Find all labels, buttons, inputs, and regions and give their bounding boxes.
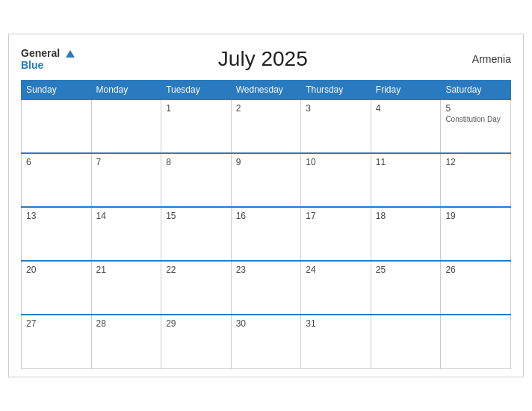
calendar-cell: 22 — [161, 261, 232, 315]
day-number: 18 — [376, 211, 436, 221]
logo-blue-label: Blue — [21, 60, 43, 71]
logo-general-text: General — [21, 46, 75, 60]
day-number: 14 — [96, 211, 157, 221]
day-number: 13 — [26, 211, 87, 221]
day-number: 5 — [445, 103, 506, 114]
calendar-cell: 28 — [91, 315, 161, 368]
logo-general-label: General — [21, 47, 60, 59]
day-number: 11 — [376, 157, 436, 167]
calendar-cell — [441, 315, 511, 368]
calendar-cell: 11 — [371, 153, 441, 207]
calendar-cell: 12 — [441, 153, 511, 207]
calendar-cell: 25 — [371, 261, 441, 315]
weekday-header-row: SundayMondayTuesdayWednesdayThursdayFrid… — [22, 81, 511, 100]
calendar-cell: 17 — [301, 207, 371, 261]
calendar-cell — [91, 99, 161, 153]
calendar-cell: 4 — [371, 99, 441, 153]
calendar-cell: 14 — [91, 207, 161, 261]
calendar-cell: 16 — [231, 207, 301, 261]
calendar-container: General Blue July 2025 Armenia SundayMon… — [8, 34, 524, 377]
calendar-cell: 1 — [161, 99, 232, 153]
logo: General Blue — [21, 46, 75, 71]
day-number: 6 — [26, 157, 87, 167]
day-number: 29 — [166, 318, 226, 329]
day-number: 8 — [166, 157, 226, 167]
calendar-cell: 26 — [441, 261, 511, 315]
calendar-thead: SundayMondayTuesdayWednesdayThursdayFrid… — [22, 81, 511, 100]
calendar-cell: 6 — [22, 153, 92, 207]
calendar-cell: 19 — [441, 207, 511, 261]
day-number: 28 — [96, 318, 157, 329]
weekday-header-thursday: Thursday — [301, 81, 371, 100]
calendar-cell: 3 — [301, 99, 371, 153]
calendar-cell: 2 — [231, 99, 301, 153]
week-row-5: 2728293031 — [22, 315, 511, 368]
week-row-3: 13141516171819 — [22, 207, 511, 261]
calendar-cell: 23 — [231, 261, 301, 315]
weekday-header-tuesday: Tuesday — [161, 81, 232, 100]
day-number: 30 — [236, 318, 297, 329]
calendar-cell: 29 — [161, 315, 232, 368]
day-number: 4 — [376, 103, 436, 114]
calendar-cell — [371, 315, 441, 368]
holiday-label: Constitution Day — [445, 115, 506, 123]
day-number: 1 — [166, 103, 226, 114]
calendar-tbody: 12345Constitution Day6789101112131415161… — [22, 99, 511, 368]
day-number: 27 — [26, 318, 87, 329]
calendar-cell: 27 — [22, 315, 92, 368]
day-number: 20 — [26, 265, 87, 275]
country-label: Armenia — [451, 53, 511, 65]
week-row-2: 6789101112 — [22, 153, 511, 207]
week-row-4: 20212223242526 — [22, 261, 511, 315]
day-number: 31 — [306, 318, 366, 329]
calendar-header: General Blue July 2025 Armenia — [21, 46, 511, 71]
day-number: 15 — [166, 211, 226, 221]
calendar-cell: 5Constitution Day — [441, 99, 511, 153]
day-number: 17 — [306, 211, 366, 221]
month-title: July 2025 — [75, 47, 451, 71]
calendar-cell: 10 — [301, 153, 371, 207]
day-number: 10 — [306, 157, 366, 167]
calendar-cell: 21 — [91, 261, 161, 315]
day-number: 9 — [236, 157, 297, 167]
day-number: 22 — [166, 265, 226, 275]
day-number: 24 — [306, 265, 366, 275]
day-number: 25 — [376, 265, 436, 275]
day-number: 2 — [236, 103, 297, 114]
calendar-cell: 8 — [161, 153, 232, 207]
calendar-table: SundayMondayTuesdayWednesdayThursdayFrid… — [21, 80, 511, 369]
calendar-cell: 15 — [161, 207, 232, 261]
calendar-cell: 31 — [301, 315, 371, 368]
day-number: 7 — [96, 157, 157, 167]
calendar-cell — [22, 99, 92, 153]
day-number: 3 — [306, 103, 366, 114]
calendar-cell: 18 — [371, 207, 441, 261]
weekday-header-sunday: Sunday — [22, 81, 92, 100]
day-number: 21 — [96, 265, 157, 275]
day-number: 19 — [445, 211, 506, 221]
calendar-cell: 30 — [231, 315, 301, 368]
calendar-cell: 9 — [231, 153, 301, 207]
day-number: 26 — [445, 265, 506, 275]
day-number: 12 — [445, 157, 506, 167]
weekday-header-saturday: Saturday — [441, 81, 511, 100]
day-number: 16 — [236, 211, 297, 221]
weekday-header-monday: Monday — [91, 81, 161, 100]
day-number: 23 — [236, 265, 297, 275]
calendar-cell: 7 — [91, 153, 161, 207]
calendar-cell: 24 — [301, 261, 371, 315]
week-row-1: 12345Constitution Day — [22, 99, 511, 153]
calendar-cell: 20 — [22, 261, 92, 315]
calendar-cell: 13 — [22, 207, 92, 261]
logo-triangle-icon — [66, 50, 75, 58]
weekday-header-friday: Friday — [371, 81, 441, 100]
weekday-header-wednesday: Wednesday — [231, 81, 301, 100]
